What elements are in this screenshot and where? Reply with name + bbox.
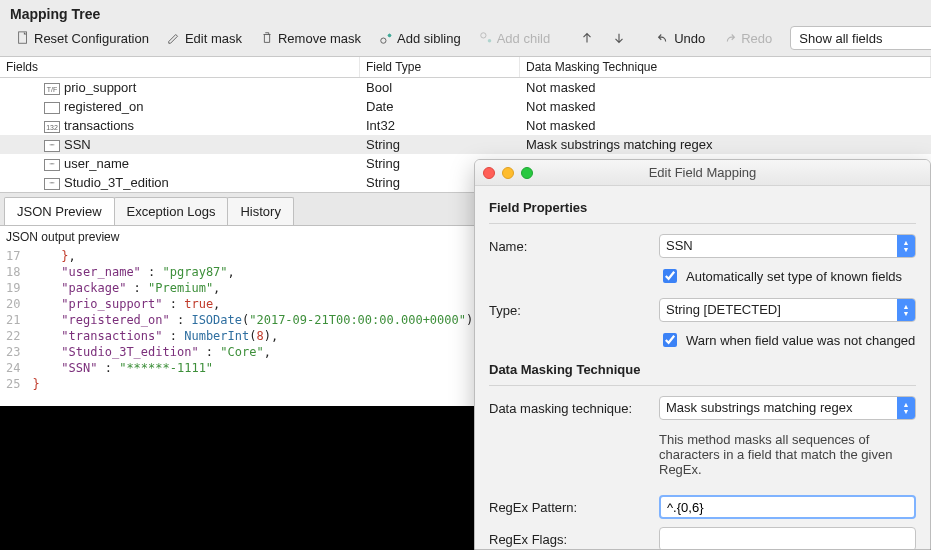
svg-point-4 [487,39,491,43]
section-field-properties: Field Properties [489,200,916,215]
regex-flags-label: RegEx Flags: [489,532,659,547]
pencil-icon [167,31,181,45]
chevron-updown-icon: ▲▼ [897,235,915,257]
field-name: SSN [64,137,91,152]
trash-icon [260,31,274,45]
reset-config-button[interactable]: Reset Configuration [10,28,155,49]
field-name: user_name [64,156,129,171]
edit-field-mapping-dialog: Edit Field Mapping Field Properties Name… [474,159,931,550]
field-type-icon: 132 [44,121,60,133]
technique-label: Data masking technique: [489,401,659,416]
field-type-icon: "" [44,140,60,152]
field-name: registered_on [64,99,144,114]
dialog-titlebar[interactable]: Edit Field Mapping [475,160,930,186]
tab-exception-logs[interactable]: Exception Logs [114,197,229,225]
field-type-icon: T/F [44,83,60,95]
field-technique: Not masked [520,116,931,135]
panel-title: Mapping Tree [10,6,921,26]
name-label: Name: [489,239,659,254]
arrow-up-icon [580,31,594,45]
add-sibling-button[interactable]: Add sibling [373,28,467,49]
name-select[interactable]: SSN ▲▼ [659,234,916,258]
document-icon [16,31,30,45]
show-fields-select[interactable]: Show all fields ▲▼ [790,26,931,50]
regex-flags-input[interactable] [659,527,916,549]
col-type[interactable]: Field Type [360,57,520,77]
add-child-icon [479,31,493,45]
chevron-updown-icon: ▲▼ [897,299,915,321]
table-row[interactable]: T/Fprio_supportBoolNot masked [0,78,931,97]
tab-history[interactable]: History [227,197,293,225]
move-up-button[interactable] [574,28,600,48]
type-select[interactable]: String [DETECTED] ▲▼ [659,298,916,322]
arrow-down-icon [612,31,626,45]
type-label: Type: [489,303,659,318]
technique-select[interactable]: Mask substrings matching regex ▲▼ [659,396,916,420]
field-type: Date [360,97,520,116]
regex-pattern-label: RegEx Pattern: [489,500,659,515]
tab-json-preview[interactable]: JSON Preview [4,197,115,225]
field-type-icon: "" [44,178,60,190]
remove-mask-button[interactable]: Remove mask [254,28,367,49]
table-header: Fields Field Type Data Masking Technique [0,57,931,78]
technique-hint: This method masks all sequences of chara… [659,432,916,477]
table-row[interactable]: ""SSNStringMask substrings matching rege… [0,135,931,154]
field-technique: Not masked [520,97,931,116]
svg-point-1 [381,38,386,43]
field-technique: Not masked [520,78,931,97]
field-type-icon: "" [44,159,60,171]
field-name: transactions [64,118,134,133]
table-row[interactable]: 132transactionsInt32Not masked [0,116,931,135]
move-down-button[interactable] [606,28,632,48]
regex-pattern-input[interactable] [659,495,916,519]
warn-checkbox[interactable]: Warn when field value was not changed [659,330,916,350]
undo-icon [656,31,670,45]
edit-mask-button[interactable]: Edit mask [161,28,248,49]
field-name: prio_support [64,80,136,95]
field-type: Int32 [360,116,520,135]
toolbar: Reset Configuration Edit mask Remove mas… [10,26,921,56]
undo-button[interactable]: Undo [650,28,711,49]
field-type: String [360,135,520,154]
svg-point-3 [480,33,485,38]
dialog-title: Edit Field Mapping [475,165,930,180]
col-fields[interactable]: Fields [0,57,360,77]
add-sibling-icon [379,31,393,45]
field-technique: Mask substrings matching regex [520,135,931,154]
redo-icon [723,31,737,45]
col-technique[interactable]: Data Masking Technique [520,57,931,77]
auto-type-checkbox[interactable]: Automatically set type of known fields [659,266,916,286]
chevron-updown-icon: ▲▼ [897,397,915,419]
table-row[interactable]: registered_onDateNot masked [0,97,931,116]
json-preview-code: 171819202122232425 }, "user_name" : "pgr… [0,248,474,406]
redo-button: Redo [717,28,778,49]
field-type-icon [44,102,60,114]
field-name: Studio_3T_edition [64,175,169,190]
field-type: Bool [360,78,520,97]
section-masking: Data Masking Technique [489,362,916,377]
add-child-button: Add child [473,28,556,49]
